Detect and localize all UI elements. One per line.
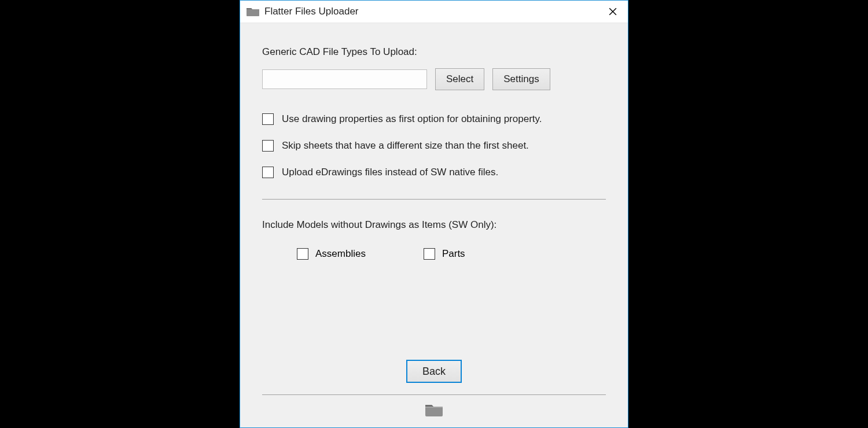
- upload-edrawings-row[interactable]: Upload eDrawings files instead of SW nat…: [262, 167, 606, 178]
- select-button[interactable]: Select: [435, 68, 484, 90]
- parts-label: Parts: [442, 248, 465, 260]
- skip-sheets-checkbox[interactable]: [262, 140, 274, 152]
- close-icon: [609, 8, 617, 16]
- upload-edrawings-label: Upload eDrawings files instead of SW nat…: [282, 167, 498, 178]
- window-body: Generic CAD File Types To Upload: Select…: [240, 23, 628, 427]
- assemblies-checkbox[interactable]: [297, 248, 308, 260]
- parts-row[interactable]: Parts: [424, 248, 465, 260]
- assemblies-row[interactable]: Assemblies: [297, 248, 366, 260]
- back-button[interactable]: Back: [406, 360, 462, 383]
- use-drawing-props-row[interactable]: Use drawing properties as first option f…: [262, 113, 606, 125]
- upload-edrawings-checkbox[interactable]: [262, 167, 274, 178]
- assemblies-label: Assemblies: [315, 248, 366, 260]
- file-types-label: Generic CAD File Types To Upload:: [262, 46, 606, 58]
- skip-sheets-label: Skip sheets that have a different size t…: [282, 140, 529, 152]
- file-types-row: Select Settings: [262, 68, 606, 90]
- divider: [262, 199, 606, 200]
- footer-divider: [262, 394, 606, 395]
- window-title: Flatter Files Uploader: [264, 6, 359, 17]
- file-types-input[interactable]: [262, 69, 427, 89]
- titlebar: Flatter Files Uploader: [240, 1, 628, 23]
- models-checks: Assemblies Parts: [297, 248, 606, 260]
- folder-icon: [246, 6, 260, 17]
- close-button[interactable]: [601, 1, 624, 23]
- models-label: Include Models without Drawings as Items…: [262, 219, 606, 231]
- use-drawing-props-label: Use drawing properties as first option f…: [282, 113, 542, 125]
- settings-button[interactable]: Settings: [492, 68, 550, 90]
- app-window: Flatter Files Uploader Generic CAD File …: [240, 0, 628, 428]
- skip-sheets-row[interactable]: Skip sheets that have a different size t…: [262, 140, 606, 152]
- parts-checkbox[interactable]: [424, 248, 435, 260]
- svg-rect-2: [425, 407, 443, 408]
- use-drawing-props-checkbox[interactable]: [262, 113, 274, 125]
- footer-folder-icon: [424, 402, 444, 417]
- footer: Back: [262, 360, 606, 422]
